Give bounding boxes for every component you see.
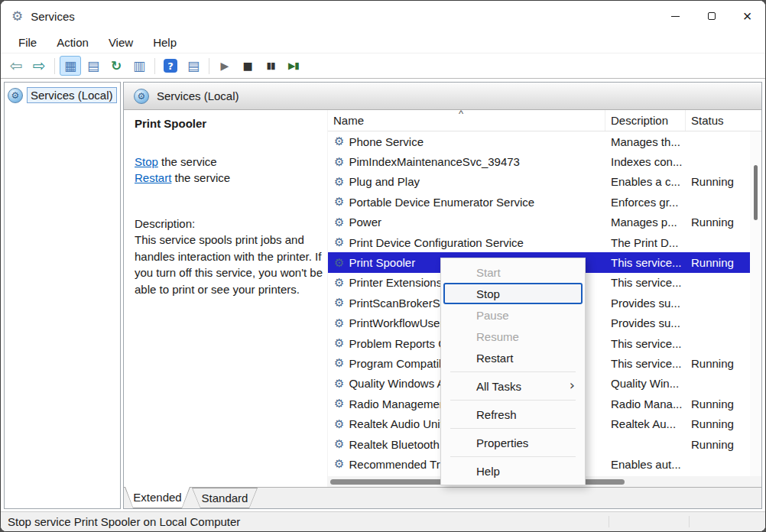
service-name: Phone Service [349,135,424,148]
context-menu-item-start[interactable]: Start [441,261,585,283]
service-description-cell: Provides su... [605,316,686,329]
stop-service-link[interactable]: Stop [135,155,158,168]
export-list-icon[interactable]: ▥ [128,56,150,76]
stop-service-icon[interactable]: ■ [237,56,258,76]
service-row-pimindexmaintenancesvc-39473[interactable]: ⚙ PimIndexMaintenanceSvc_39473 Indexes c… [328,151,761,171]
service-gear-icon: ⚙ [334,397,344,410]
service-action-links: Stop the service Restart the service [135,154,321,186]
service-name: Print Device Configuration Service [349,236,523,249]
service-row-plug-and-play[interactable]: ⚙ Plug and Play Enables a c... Running [328,172,761,192]
column-header-description[interactable]: Description [605,110,686,131]
show-console-tree-icon[interactable]: ▦ [60,56,81,76]
window-controls: × [657,1,765,31]
list-header: Name Description Status ^ [328,110,761,131]
pause-service-icon[interactable]: ▮▮ [260,56,281,76]
selected-service-title: Print Spooler [135,117,321,130]
pause-service-icon-glyph: ▮▮ [266,61,274,70]
statusbar-divider [609,516,609,527]
service-description-cell: Indexes con... [605,155,686,168]
toolbar-separator [154,58,155,74]
tab-standard[interactable]: Standard [192,488,258,508]
tab-label: Standard [202,491,248,504]
close-icon: × [743,8,752,24]
service-description-cell: The Print D... [605,236,686,249]
context-menu-item-all-tasks[interactable]: All Tasks › [441,375,585,397]
minimize-button[interactable] [657,1,693,31]
context-menu-separator [450,428,576,429]
toolbar-separator [54,58,55,74]
service-gear-icon: ⚙ [334,336,344,350]
service-name: Portable Device Enumerator Service [349,196,534,209]
service-description: This service spools print jobs and handl… [135,232,327,297]
close-button[interactable]: × [729,1,765,31]
window-icon[interactable]: ▤ [183,56,204,76]
service-name: Problem Reports C [349,337,446,350]
service-gear-icon: ⚙ [334,135,344,148]
context-menu-item-properties[interactable]: Properties [441,432,585,453]
start-service-icon[interactable]: ▶ [214,56,235,76]
properties-icon[interactable]: ▤ [83,56,104,76]
help-icon[interactable]: ? [160,56,181,76]
service-description-cell: Provides su... [605,297,686,310]
service-name: Print Spooler [349,256,415,269]
context-menu-separator [450,371,576,372]
back-icon[interactable]: ⇦ [5,56,27,76]
toolbar: ⇦⇨▦▤↻▥?▤▶■▮▮▶▮ [1,54,765,79]
titlebar: ⚙ Services × [1,1,765,31]
service-gear-icon: ⚙ [334,256,344,270]
menu-action[interactable]: Action [47,34,99,51]
panel-header: ⚙ Services (Local) [124,83,761,110]
menu-help[interactable]: Help [143,34,187,51]
maximize-button[interactable] [693,1,729,31]
service-row-power[interactable]: ⚙ Power Manages p... Running [328,212,761,232]
window-title: Services [31,10,75,23]
sort-ascending-icon: ^ [453,108,469,119]
service-description-cell: This service... [605,256,686,269]
service-description-cell: Manages th... [605,135,686,148]
restart-service-link[interactable]: Restart [135,171,171,184]
start-service-icon-glyph: ▶ [221,60,229,71]
service-row-portable-device-enumerator-service[interactable]: ⚙ Portable Device Enumerator Service Enf… [328,192,761,212]
toolbar-separator [209,58,209,74]
context-menu-item-resume[interactable]: Resume [441,326,585,347]
vertical-scrollbar[interactable] [750,131,761,476]
minimize-icon [671,16,680,17]
tab-label: Extended [133,491,181,504]
menu-view[interactable]: View [99,34,143,51]
service-description-cell: Radio Mana... [605,397,686,410]
tree-item-label: Services (Local) [27,87,117,103]
stop-service-icon-glyph: ■ [242,60,252,71]
extended-view-pane: Print Spooler Stop the service Restart t… [124,110,327,487]
context-menu-item-restart[interactable]: Restart [441,347,585,368]
forward-icon[interactable]: ⇨ [28,56,50,76]
restart-service-icon[interactable]: ▶▮ [283,56,304,76]
service-name: Radio Managemen [349,397,446,410]
service-name: Quality Windows A [349,377,444,390]
services-emblem-icon: ⚙ [8,88,23,103]
refresh-icon-glyph: ↻ [111,60,122,73]
context-menu-separator [450,456,576,457]
column-header-status[interactable]: Status [686,110,761,131]
export-list-icon-glyph: ▥ [133,60,145,73]
maximize-icon [708,12,716,20]
context-menu-item-stop[interactable]: Stop [443,283,583,304]
menu-file[interactable]: File [8,34,47,51]
service-gear-icon: ⚙ [334,195,344,209]
context-menu-item-help[interactable]: Help [441,460,585,482]
service-gear-icon: ⚙ [334,235,344,249]
tree-item-services-local[interactable]: ⚙ Services (Local) [8,87,117,103]
service-row-phone-service[interactable]: ⚙ Phone Service Manages th... [328,131,761,151]
forward-icon-glyph: ⇨ [33,58,46,73]
panel-title: Services (Local) [157,89,239,102]
refresh-icon[interactable]: ↻ [105,56,127,76]
service-row-print-device-configuration-service[interactable]: ⚙ Print Device Configuration Service The… [328,232,761,252]
menubar: FileActionViewHelp [1,31,765,54]
vertical-scrollbar-thumb[interactable] [754,165,758,220]
restart-service-suffix: the service [171,171,230,184]
context-menu-item-refresh[interactable]: Refresh [441,404,585,425]
context-menu-item-pause[interactable]: Pause [441,304,585,326]
service-gear-icon: ⚙ [334,356,344,370]
service-description-cell: This service... [605,276,686,289]
tab-extended[interactable]: Extended [125,487,190,508]
restart-service-icon-glyph: ▶▮ [288,61,299,70]
